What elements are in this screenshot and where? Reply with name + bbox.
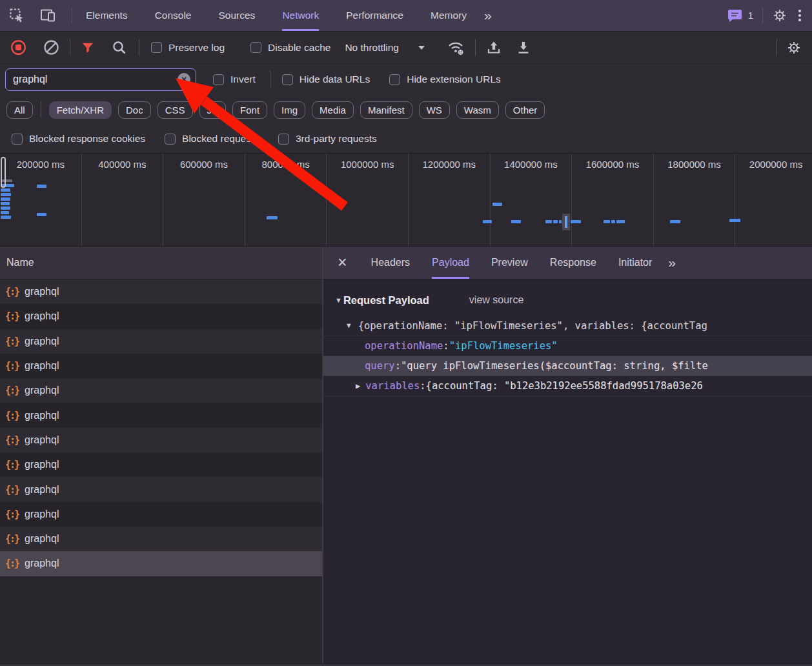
table-row[interactable]: {:}graphql (0, 279, 322, 304)
table-row[interactable]: {:}graphql (0, 527, 322, 551)
request-name: graphql (25, 310, 59, 322)
invert-checkbox[interactable] (213, 74, 224, 85)
request-name: graphql (25, 434, 59, 446)
json-request-icon: {:} (5, 459, 19, 470)
export-har-icon[interactable] (516, 40, 531, 56)
type-filter-ws[interactable]: WS (419, 101, 450, 119)
table-row[interactable]: {:}graphql (0, 378, 322, 403)
type-filter-media[interactable]: Media (312, 101, 354, 119)
payload-row-query[interactable]: query: "query ipFlowTimeseries($accountT… (323, 356, 812, 376)
clear-network-log-icon[interactable] (43, 39, 59, 56)
inspect-element-icon[interactable] (9, 8, 25, 23)
payload-summary-row[interactable]: ▼ {operationName: "ipFlowTimeseries", va… (323, 316, 812, 336)
close-detail-icon[interactable]: × (338, 254, 347, 270)
request-name: graphql (25, 360, 59, 372)
tab-elements[interactable]: Elements (86, 0, 128, 31)
timeline-bar (611, 220, 615, 223)
panel-tabs: Elements Console Sources Network Perform… (72, 0, 480, 31)
payload-row-operationName[interactable]: operationName: "ipFlowTimeseries" (323, 336, 812, 356)
timeline-bar (729, 219, 740, 222)
detail-tab-headers[interactable]: Headers (371, 247, 410, 279)
type-filter-css[interactable]: CSS (157, 101, 193, 119)
timeline-bar (267, 216, 278, 219)
tab-performance[interactable]: Performance (346, 0, 403, 31)
filter-input[interactable]: graphql × (5, 68, 196, 91)
detail-tab-response[interactable]: Response (550, 247, 596, 279)
third-party-requests-label: 3rd-party requests (296, 133, 377, 145)
table-row[interactable]: {:}graphql (0, 304, 322, 328)
detail-tabbar: × HeadersPayloadPreviewResponseInitiator… (323, 247, 812, 279)
payload-key: variables (365, 380, 420, 392)
table-row[interactable]: {:}graphql (0, 477, 322, 501)
detail-tab-initiator[interactable]: Initiator (618, 247, 652, 279)
expand-caret-icon[interactable]: ▶ (356, 381, 360, 390)
type-filter-js[interactable]: JS (199, 101, 227, 119)
settings-gear-icon[interactable] (772, 8, 787, 23)
collapse-caret-icon[interactable]: ▼ (335, 296, 342, 304)
tab-memory[interactable]: Memory (431, 0, 467, 31)
type-filter-manifest[interactable]: Manifest (360, 101, 412, 119)
payload-separator: : (420, 380, 425, 392)
view-source-link[interactable]: view source (469, 294, 523, 306)
type-filter-other[interactable]: Other (505, 101, 545, 119)
table-row[interactable]: {:}graphql (0, 354, 322, 378)
disable-cache-checkbox[interactable] (250, 42, 261, 53)
type-filter-doc[interactable]: Doc (118, 101, 151, 119)
hide-data-urls-checkbox[interactable] (282, 74, 293, 85)
timeline-bar (545, 220, 552, 223)
table-row[interactable]: {:}graphql (0, 452, 322, 477)
timeline-bar (571, 220, 581, 223)
timeline-brush-handle[interactable] (1, 157, 6, 188)
filter-funnel-icon[interactable] (81, 41, 95, 55)
type-filter-wasm[interactable]: Wasm (456, 101, 499, 119)
type-filter-all[interactable]: All (6, 101, 33, 119)
record-network-log-icon[interactable] (10, 39, 26, 56)
expand-caret-icon[interactable]: ▼ (347, 321, 351, 330)
table-row[interactable]: {:}graphql (0, 428, 322, 452)
network-settings-gear-icon[interactable] (786, 40, 802, 56)
timeline-bars (0, 154, 812, 246)
detail-tab-payload[interactable]: Payload (432, 247, 469, 279)
timeline-bar (37, 185, 46, 188)
clear-filter-icon[interactable]: × (178, 73, 190, 86)
hide-extension-urls-checkbox[interactable] (389, 74, 400, 85)
search-icon[interactable] (112, 40, 127, 56)
table-row[interactable]: {:}graphql (0, 329, 322, 354)
throttling-select[interactable]: No throttling (345, 42, 425, 54)
name-column-header[interactable]: Name (0, 247, 322, 279)
type-filter-img[interactable]: Img (274, 101, 305, 119)
timeline-bar (1, 211, 9, 214)
preserve-log-checkbox[interactable] (151, 42, 162, 53)
third-party-requests-checkbox[interactable] (278, 134, 289, 145)
table-row[interactable]: {:}graphql (0, 551, 322, 576)
detail-more-tabs-icon[interactable]: » (668, 255, 676, 270)
detail-tab-preview[interactable]: Preview (491, 247, 528, 279)
kebab-menu-icon[interactable] (797, 8, 803, 23)
payload-row-variables[interactable]: ▶variables: {accountTag: "b12e3b2192ee55… (323, 376, 812, 396)
table-row[interactable]: {:}graphql (0, 403, 322, 427)
timeline-bar (1, 193, 11, 196)
blocked-requests-checkbox[interactable] (165, 134, 176, 145)
import-har-icon[interactable] (486, 40, 502, 56)
tab-network[interactable]: Network (282, 0, 319, 31)
table-row[interactable]: {:}graphql (0, 502, 322, 527)
request-payload-title: Request Payload (343, 294, 429, 307)
tab-console[interactable]: Console (155, 0, 192, 31)
blocked-response-cookies-checkbox[interactable] (12, 134, 23, 145)
timeline-bar (565, 216, 567, 228)
tab-sources[interactable]: Sources (219, 0, 256, 31)
network-conditions-icon[interactable] (447, 39, 465, 56)
json-request-icon: {:} (5, 484, 19, 496)
issues-count: 1 (747, 10, 753, 21)
more-tabs-icon[interactable]: » (484, 8, 492, 23)
divider (762, 7, 763, 24)
name-column-label: Name (6, 257, 34, 268)
type-filter-fetch-xhr[interactable]: Fetch/XHR (49, 101, 112, 119)
device-toolbar-icon[interactable] (40, 8, 56, 23)
detail-tabs: HeadersPayloadPreviewResponseInitiator (360, 247, 664, 279)
issues-bubble-icon[interactable] (727, 9, 742, 23)
type-filter-font[interactable]: Font (232, 101, 267, 119)
timeline-bar (604, 220, 610, 223)
network-overview-timeline[interactable]: 200000 ms400000 ms600000 ms800000 ms1000… (0, 154, 812, 247)
timeline-bar (1, 202, 10, 205)
